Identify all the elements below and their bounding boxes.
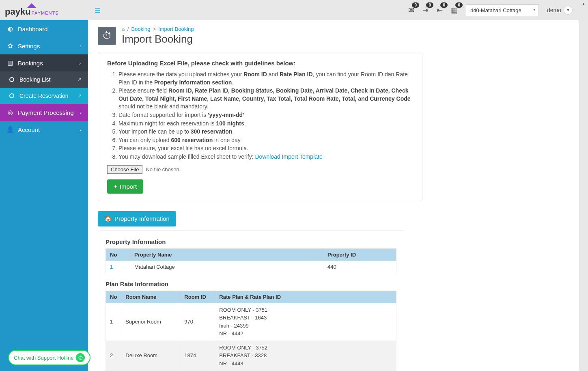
sidebar-item-settings[interactable]: ✿ Settings › (0, 37, 88, 54)
guideline-item: Please ensure, your excel file has no ex… (118, 145, 413, 153)
chat-label: Chat with Support Hotline (14, 355, 73, 361)
cell-rid: 970 (180, 303, 215, 341)
section-heading: Property Information (106, 238, 396, 245)
cell-no: 1 (106, 261, 130, 273)
user-icon: 👤 (6, 126, 14, 133)
mail-icon[interactable]: ✉0 (408, 6, 414, 15)
sidebar: paykuPAYMENTS ◐ Dashboard ✿ Settings › ▤… (0, 0, 88, 371)
cell-plans: ROOM ONLY - 3752BREAKFAST - 3328NR - 444… (215, 341, 396, 371)
caret-down-icon: ▼ (564, 6, 573, 15)
chat-support-button[interactable]: Chat with Support Hotline ✆ (8, 350, 90, 365)
section-heading: Plan Rate Information (106, 280, 396, 287)
sidebar-item-dashboard[interactable]: ◐ Dashboard (0, 20, 88, 37)
home-icon[interactable]: ⌂ (122, 26, 125, 32)
sidebar-label: Account (18, 126, 40, 133)
sidebar-item-bookings[interactable]: ▤ Bookings ⌄ (0, 54, 88, 71)
sidebar-label: Booking List (19, 76, 50, 83)
cell-rid: 1874 (180, 341, 215, 371)
breadcrumb-link[interactable]: Booking (131, 26, 150, 32)
cell-no: 2 (106, 341, 121, 371)
sidebar-label: Settings (18, 43, 40, 50)
badge: 0 (426, 2, 433, 8)
cell-id: 440 (323, 261, 396, 273)
sidebar-item-account[interactable]: 👤 Account › (0, 121, 88, 138)
cell-plans: ROOM ONLY - 3751BREAKFAST - 1643hiuh - 2… (215, 303, 396, 341)
user-dropdown[interactable]: demo ▼ (547, 6, 573, 15)
plan-rate-table: No Room Name Room ID Rate Plan & Rate Pl… (106, 291, 396, 371)
file-status: No file chosen (146, 166, 179, 173)
table-row: 1Matahari Cottage440 (106, 261, 396, 273)
card-heading: Before Uploading Excel File, please chec… (107, 60, 413, 67)
gauge-icon: ◐ (6, 25, 14, 32)
cell-no: 1 (106, 303, 121, 341)
topbar: ☰ ✉0 ⇥0 ⇤0 ▦0 440-Matahari Cottage demo … (88, 0, 579, 20)
target-icon: ◎ (6, 109, 14, 116)
badge: 0 (455, 2, 463, 8)
sidebar-item-create-reservation[interactable]: Create Reservation ↗ (0, 88, 88, 104)
circle-icon (8, 93, 15, 98)
sidebar-item-booking-list[interactable]: Booking List ↗ (0, 71, 88, 88)
sidebar-label: Payment Processing (18, 109, 74, 116)
th-no: No (106, 248, 130, 261)
sidebar-item-payment-processing[interactable]: ◎ Payment Processing › (0, 104, 88, 121)
guideline-item: You can only upload 600 reservation in o… (118, 136, 413, 145)
sidebar-label: Bookings (18, 60, 43, 67)
logo-text: payku (5, 6, 31, 17)
content-area: ⏱ ⌂ / Booking > Import Booking Import Bo… (88, 20, 579, 371)
gear-icon: ✿ (6, 42, 14, 50)
button-label: Property Information (114, 215, 170, 222)
download-template-link[interactable]: Download Import Template (255, 153, 322, 160)
table-row: 1Superior Room970ROOM ONLY - 3751BREAKFA… (106, 303, 396, 341)
chevron-right-icon: › (80, 127, 82, 132)
logo-subtext: PAYMENTS (32, 11, 59, 15)
property-select[interactable]: 440-Matahari Cottage (466, 4, 539, 16)
chevron-right-icon: › (80, 43, 82, 48)
home-icon: 🏠 (104, 215, 112, 222)
property-info-panel: Property Information No Property Name Pr… (98, 231, 404, 371)
checkout-icon[interactable]: ⇤0 (437, 6, 443, 15)
th-room: Room Name (121, 291, 180, 303)
property-table: No Property Name Property ID 1Matahari C… (106, 248, 396, 273)
import-label: Import (120, 183, 137, 190)
choose-file-button[interactable]: Choose File (107, 165, 142, 174)
sidebar-label: Dashboard (18, 26, 47, 32)
chevron-right-icon: › (80, 110, 82, 115)
cell-room: Deluxe Room (121, 341, 180, 371)
th-plan: Rate Plan & Rate Plan ID (215, 291, 396, 303)
circle-icon (8, 77, 15, 82)
hamburger-icon[interactable]: ☰ (95, 6, 100, 14)
calendar-icon[interactable]: ▦0 (451, 6, 458, 15)
property-information-button[interactable]: 🏠 Property Information (98, 211, 176, 226)
external-link-icon: ↗ (78, 93, 82, 99)
th-id: Property ID (323, 248, 396, 261)
cell-name: Matahari Cottage (130, 261, 323, 273)
sidebar-label: Create Reservation (19, 93, 69, 99)
cell-room: Superior Room (121, 303, 180, 341)
guideline-item: You may download sample filled Excel she… (118, 153, 413, 161)
checkin-icon[interactable]: ⇥0 (422, 6, 429, 15)
th-rid: Room ID (180, 291, 215, 303)
scrollbar[interactable]: ▲ (579, 0, 588, 371)
import-button[interactable]: + Import (107, 179, 143, 194)
breadcrumb: ⌂ / Booking > Import Booking (122, 26, 194, 32)
dashboard-icon: ⏱ (98, 27, 116, 45)
table-row: 2Deluxe Room1874ROOM ONLY - 3752BREAKFAS… (106, 341, 396, 371)
property-select-value: 440-Matahari Cottage (470, 7, 521, 13)
external-link-icon: ↗ (78, 77, 82, 82)
th-no: No (106, 291, 121, 303)
guidelines-card: Before Uploading Excel File, please chec… (98, 52, 422, 201)
guideline-item: Maximum night for each reservation is 10… (118, 120, 413, 128)
guideline-item: Your import file can be up to 300 reserv… (118, 128, 413, 136)
list-icon: ▤ (6, 59, 14, 67)
page-title: Import Booking (122, 33, 194, 45)
logo: paykuPAYMENTS (0, 0, 88, 20)
breadcrumb-link[interactable]: Import Booking (158, 26, 194, 32)
chevron-down-icon: ⌄ (78, 60, 82, 66)
badge: 0 (440, 2, 448, 8)
guideline-item: Please ensure the data you upload matche… (118, 71, 413, 86)
badge: 0 (412, 2, 419, 8)
guideline-item: Date format supported for import is 'yyy… (118, 111, 413, 119)
plus-icon: + (114, 183, 117, 190)
scroll-up-icon: ▲ (582, 2, 586, 6)
user-name: demo (547, 7, 561, 13)
